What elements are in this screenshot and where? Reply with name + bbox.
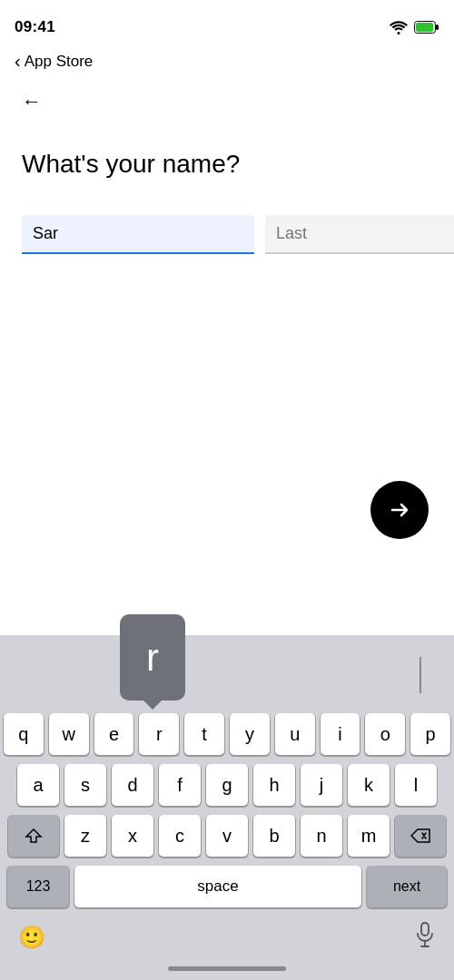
back-button-row: ← <box>0 79 454 132</box>
key-popup-area: r <box>0 635 454 708</box>
app-store-back[interactable]: ‹ App Store <box>15 51 93 72</box>
key-d[interactable]: d <box>112 764 153 806</box>
key-row-3: z x c v b n m <box>4 815 450 857</box>
shift-icon <box>25 827 43 845</box>
key-x[interactable]: x <box>112 815 153 857</box>
shift-key[interactable] <box>8 815 59 857</box>
key-l[interactable]: l <box>395 764 437 806</box>
key-row-2: a s d f g h j k l <box>4 764 450 806</box>
svg-rect-4 <box>421 923 429 936</box>
svg-rect-2 <box>416 23 433 32</box>
key-t[interactable]: t <box>184 713 224 755</box>
svg-point-0 <box>398 32 400 34</box>
nav-bar: ‹ App Store <box>0 47 454 79</box>
next-button-container <box>370 481 429 539</box>
svg-rect-3 <box>436 24 439 30</box>
key-row-1: q w e r t y u i o p <box>4 713 450 755</box>
key-k[interactable]: k <box>348 764 390 806</box>
microphone-button[interactable] <box>414 922 436 953</box>
home-indicator <box>0 956 454 980</box>
key-q[interactable]: q <box>4 713 44 755</box>
status-icons <box>389 20 439 34</box>
utility-row: 🙂 <box>0 916 454 956</box>
first-name-input[interactable] <box>22 215 254 254</box>
microphone-icon <box>414 922 436 947</box>
key-o[interactable]: o <box>365 713 405 755</box>
key-b[interactable]: b <box>253 815 295 857</box>
space-key[interactable]: space <box>74 866 361 907</box>
backspace-icon <box>410 828 430 843</box>
key-m[interactable]: m <box>348 815 390 857</box>
next-key[interactable]: next <box>367 866 447 907</box>
back-chevron: ‹ <box>15 51 21 72</box>
key-popup-r: r <box>120 614 185 701</box>
key-y[interactable]: y <box>230 713 270 755</box>
key-f[interactable]: f <box>159 764 201 806</box>
key-a[interactable]: a <box>17 764 59 806</box>
key-r[interactable]: r <box>139 713 179 755</box>
main-content: What's your name? <box>0 132 454 290</box>
page-title: What's your name? <box>22 150 432 179</box>
key-c[interactable]: c <box>159 815 201 857</box>
battery-icon <box>414 21 439 34</box>
key-e[interactable]: e <box>94 713 134 755</box>
status-bar: 09:41 <box>0 0 454 47</box>
key-g[interactable]: g <box>206 764 248 806</box>
backspace-key[interactable] <box>395 815 446 857</box>
arrow-right-icon <box>387 497 412 523</box>
key-j[interactable]: j <box>301 764 342 806</box>
back-button[interactable]: ← <box>18 86 45 117</box>
back-label: App Store <box>25 53 94 71</box>
key-s[interactable]: s <box>64 764 106 806</box>
key-123[interactable]: 123 <box>7 866 69 907</box>
key-u[interactable]: u <box>275 713 315 755</box>
keyboard: q w e r t y u i o p a s d f g h j k l <box>0 708 454 916</box>
input-row <box>22 215 432 254</box>
key-n[interactable]: n <box>301 815 342 857</box>
key-i[interactable]: i <box>321 713 360 755</box>
key-z[interactable]: z <box>64 815 106 857</box>
home-bar <box>168 966 286 971</box>
cursor-line <box>419 657 421 693</box>
keyboard-area: r q w e r t y u i o p a s d f g h j k l <box>0 635 454 980</box>
status-time: 09:41 <box>15 18 55 36</box>
wifi-icon <box>389 20 409 34</box>
key-p[interactable]: p <box>410 713 450 755</box>
bottom-row: 123 space next <box>4 866 450 907</box>
key-w[interactable]: w <box>49 713 89 755</box>
last-name-input[interactable] <box>265 215 454 254</box>
next-button[interactable] <box>370 481 429 539</box>
key-v[interactable]: v <box>206 815 248 857</box>
key-h[interactable]: h <box>253 764 295 806</box>
emoji-button[interactable]: 🙂 <box>18 925 45 950</box>
